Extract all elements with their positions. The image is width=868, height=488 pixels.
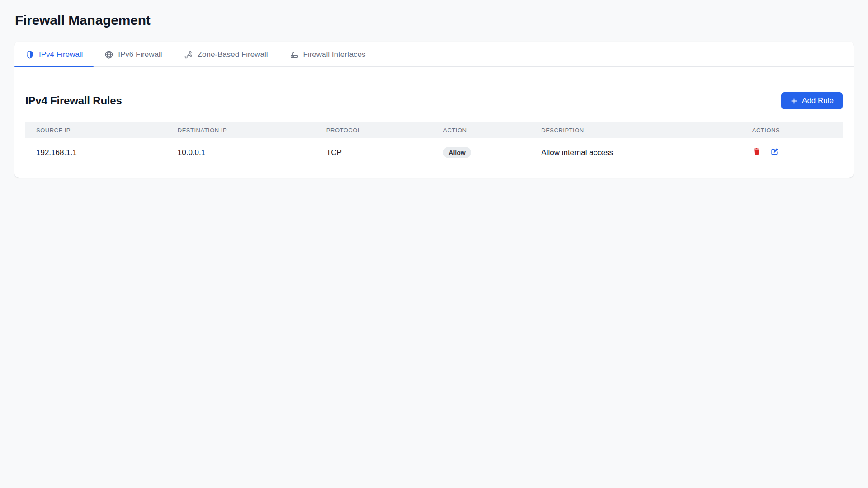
- col-action: ACTION: [432, 122, 530, 138]
- col-actions: ACTIONS: [741, 122, 843, 138]
- cell-description: Allow internal access: [530, 138, 741, 167]
- col-description: DESCRIPTION: [530, 122, 741, 138]
- rules-table: SOURCE IP DESTINATION IP PROTOCOL ACTION…: [25, 122, 843, 167]
- globe-icon: [104, 50, 113, 59]
- tab-bar: IPv4 Firewall IPv6 Firewall: [14, 42, 854, 67]
- page-title: Firewall Management: [15, 13, 854, 28]
- table-header-row: SOURCE IP DESTINATION IP PROTOCOL ACTION…: [25, 122, 843, 138]
- tab-ipv4-firewall[interactable]: IPv4 Firewall: [14, 42, 94, 66]
- ipv4-rules-panel: IPv4 Firewall Rules Add Rule: [14, 67, 854, 178]
- cell-action: Allow: [432, 138, 530, 167]
- delete-rule-button[interactable]: [752, 147, 761, 156]
- action-badge: Allow: [443, 147, 471, 158]
- network-icon: [184, 50, 193, 59]
- col-destination-ip: DESTINATION IP: [167, 122, 316, 138]
- tab-zone-based-firewall[interactable]: Zone-Based Firewall: [173, 42, 279, 66]
- panel-title: IPv4 Firewall Rules: [25, 94, 122, 107]
- trash-icon: [752, 147, 761, 156]
- cell-protocol: TCP: [316, 138, 433, 167]
- tab-label: IPv6 Firewall: [118, 50, 162, 59]
- plus-icon: [790, 97, 798, 105]
- tab-firewall-interfaces[interactable]: Firewall Interfaces: [279, 42, 377, 66]
- col-protocol: PROTOCOL: [316, 122, 433, 138]
- edit-icon: [770, 147, 779, 156]
- tab-ipv6-firewall[interactable]: IPv6 Firewall: [94, 42, 173, 66]
- shield-icon: [25, 50, 34, 59]
- router-icon: [290, 50, 299, 59]
- cell-destination-ip: 10.0.0.1: [167, 138, 316, 167]
- edit-rule-button[interactable]: [770, 147, 779, 156]
- cell-source-ip: 192.168.1.1: [25, 138, 167, 167]
- page: Firewall Management IPv4 Firewall: [0, 0, 868, 178]
- cell-row-actions: [741, 138, 843, 167]
- add-rule-button[interactable]: Add Rule: [781, 92, 843, 109]
- firewall-card: IPv4 Firewall IPv6 Firewall: [14, 42, 854, 178]
- add-rule-label: Add Rule: [802, 96, 834, 105]
- col-source-ip: SOURCE IP: [25, 122, 167, 138]
- tab-label: Zone-Based Firewall: [198, 50, 268, 59]
- tab-label: IPv4 Firewall: [39, 50, 83, 59]
- panel-header: IPv4 Firewall Rules Add Rule: [25, 92, 843, 109]
- table-row: 192.168.1.1 10.0.0.1 TCP Allow Allow int…: [25, 138, 843, 167]
- tab-label: Firewall Interfaces: [303, 50, 366, 59]
